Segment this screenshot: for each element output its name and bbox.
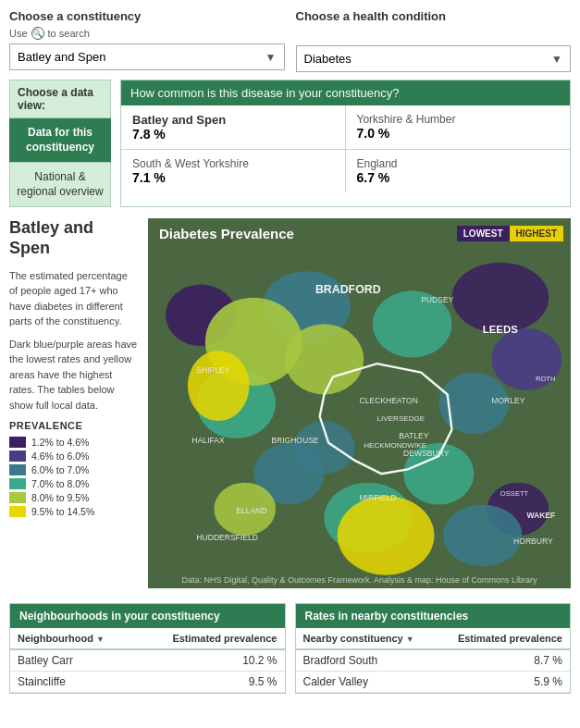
morley-label: MORLEY: [491, 396, 524, 405]
neighbourhood-col-header: Neighbourhood ▼: [10, 628, 136, 649]
map-caption: Data: NHS Digital, Quality & Outcomes Fr…: [148, 575, 571, 585]
legend-item: 9.5% to 14.5%: [9, 506, 139, 517]
search-icon: 🔍: [31, 27, 44, 40]
data-for-constituency-button[interactable]: Data for this constituency: [9, 118, 111, 162]
health-dropdown[interactable]: Diabetes ▼: [296, 45, 572, 72]
svg-point-11: [443, 505, 523, 567]
liversedge-label: LIVERSEDGE: [377, 414, 426, 423]
disease-header: How common is this disease in your const…: [121, 80, 570, 105]
disease-grid: Batley and Spen 7.8 % Yorkshire & Humber…: [121, 105, 570, 192]
nearby-table: Rates in nearby constituencies Nearby co…: [295, 603, 572, 694]
highest-badge: HIGHEST: [510, 226, 563, 241]
map-legend-badge: LOWEST HIGHEST: [457, 226, 563, 241]
elland-label: ELLAND: [236, 506, 266, 515]
legend-swatch: [9, 450, 26, 462]
constituency-label: Choose a constituency: [9, 9, 285, 23]
legend-swatch: [9, 506, 26, 517]
legend-item: 4.6% to 6.0%: [9, 450, 139, 462]
disease-cell-2: Yorkshire & Humber 7.0 %: [346, 105, 571, 150]
neighbourhood-value: 9.5 %: [136, 672, 284, 693]
table-row: Batley Carr 10.2 %: [10, 649, 285, 672]
health-condition-selector: Choose a health condition Diabetes ▼: [296, 9, 572, 72]
cell3-value: 7.1 %: [132, 170, 334, 185]
legend-item: 6.0% to 7.0%: [9, 464, 139, 475]
top-dropdowns: Choose a constituency Use 🔍 to search Ba…: [0, 0, 580, 80]
search-hint: Use 🔍 to search: [9, 27, 285, 40]
table-row: Bradford South 8.7 %: [296, 649, 571, 672]
legend-item: 1.2% to 4.6%: [9, 437, 139, 448]
neighbourhoods-data-table: Neighbourhood ▼ Estimated prevalence Bat…: [10, 628, 285, 693]
cell4-value: 6.7 %: [357, 170, 560, 185]
constituency-name: Batley and Spen: [9, 218, 139, 258]
prevalence-title: PREVALENCE: [9, 420, 139, 431]
disease-cell-3: South & West Yorkshire 7.1 %: [121, 150, 346, 192]
neighbourhood-value: 10.2 %: [136, 649, 284, 672]
nearby-name: Calder Valley: [296, 672, 437, 693]
ossett-label: OSSETT: [500, 489, 529, 498]
nearby-header: Rates in nearby constituencies: [296, 604, 571, 628]
nearby-name: Bradford South: [296, 649, 437, 672]
huddersfield-label: HUDDERSFIELD: [196, 533, 258, 542]
svg-point-14: [285, 325, 364, 395]
disease-cell-1: Batley and Spen 7.8 %: [121, 105, 346, 150]
svg-point-2: [451, 263, 549, 333]
table-row: Calder Valley 5.9 %: [296, 672, 571, 693]
neighbourhood-name: Batley Carr: [10, 649, 136, 672]
shipley-label: SHIPLEY: [196, 365, 229, 375]
batley-label: BATLEY: [399, 431, 428, 440]
mirfield-label: MIRFIELD: [360, 493, 397, 502]
legend-swatch: [9, 492, 26, 503]
prevalence-col-header: Estimated prevalence: [136, 628, 284, 649]
cell1-value: 7.8 %: [132, 127, 334, 142]
neighbourhoods-header: Neighbourhoods in your constituency: [10, 604, 285, 628]
legend-item: 7.0% to 8.0%: [9, 478, 139, 489]
sort-arrow-icon[interactable]: ▼: [406, 635, 414, 644]
legend: 1.2% to 4.6% 4.6% to 6.0% 6.0% to 7.0% 7…: [9, 437, 139, 517]
halifax-label: HALIFAX: [192, 436, 225, 445]
leeds-label: LEEDS: [483, 324, 518, 335]
bradford-label: BRADFORD: [315, 283, 381, 296]
cell2-name: Yorkshire & Humber: [357, 113, 560, 126]
legend-item: 8.0% to 9.5%: [9, 492, 139, 503]
nearby-col-header: Nearby constituency ▼: [296, 628, 437, 649]
legend-swatch: [9, 464, 26, 475]
constituency-selector: Choose a constituency Use 🔍 to search Ba…: [9, 9, 285, 72]
constituency-dropdown[interactable]: Batley and Spen ▼: [9, 43, 285, 70]
neighbourhoods-table: Neighbourhoods in your constituency Neig…: [9, 603, 286, 694]
data-view-row: Choose a data view: Data for this consti…: [0, 80, 580, 211]
nearby-prevalence-col-header: Estimated prevalence: [437, 628, 570, 649]
brighouse-label: BRIGHOUSE: [271, 436, 319, 445]
cell4-name: England: [357, 157, 560, 170]
cell1-name: Batley and Spen: [132, 113, 334, 127]
disease-stats-panel: How common is this disease in your const…: [120, 80, 571, 207]
cell2-value: 7.0 %: [357, 126, 560, 141]
cleckheaton-label: CLECKHEATON: [360, 396, 418, 405]
nearby-value: 5.9 %: [437, 672, 570, 693]
description1: The estimated percentage of people aged …: [9, 268, 139, 329]
svg-point-15: [338, 496, 435, 575]
map-svg: BRADFORD LEEDS MORLEY HALIFAX BRIGHOUSE …: [148, 218, 571, 588]
neighbourhood-name: Staincliffe: [10, 672, 136, 693]
roth-label: ROTH: [536, 376, 556, 384]
legend-swatch: [9, 478, 26, 489]
sort-arrow-icon[interactable]: ▼: [96, 635, 105, 644]
legend-swatch: [9, 437, 26, 448]
data-view-label: Choose a data view:: [9, 80, 111, 118]
svg-point-13: [188, 351, 250, 421]
national-overview-button[interactable]: National & regional overview: [9, 162, 111, 207]
left-panel: Batley and Spen The estimated percentage…: [9, 218, 139, 588]
wakef-label: WAKEF: [526, 511, 555, 520]
horbury-label: HORBURY: [513, 537, 553, 547]
legend-label: 9.5% to 14.5%: [31, 506, 94, 517]
cell3-name: South & West Yorkshire: [132, 157, 334, 170]
legend-label: 7.0% to 8.0%: [31, 478, 89, 489]
legend-label: 8.0% to 9.5%: [31, 492, 89, 503]
main-section: Batley and Spen The estimated percentage…: [0, 211, 580, 596]
nearby-value: 8.7 %: [437, 649, 570, 672]
pudsey-label: PUDSEY: [421, 295, 453, 304]
map-title: Diabetes Prevalence: [159, 226, 294, 241]
data-view-panel: Choose a data view: Data for this consti…: [9, 80, 111, 207]
chevron-down-icon: ▼: [265, 51, 277, 64]
table-row: Staincliffe 9.5 %: [10, 672, 285, 693]
lowest-badge: LOWEST: [457, 226, 510, 241]
